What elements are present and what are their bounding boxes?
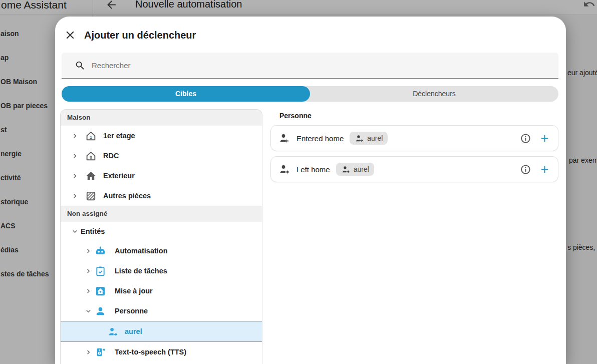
tree-row-label: Mise à jour — [115, 287, 153, 295]
plus-icon[interactable] — [539, 164, 550, 175]
tree-row-aurel-selected[interactable]: aurel — [61, 321, 262, 342]
entity-chip-label: aurel — [367, 134, 383, 142]
trigger-card-entered-home[interactable]: Entered home aurel — [270, 125, 558, 151]
chevron-down-icon[interactable] — [71, 227, 79, 236]
account-arrow-right-icon — [278, 163, 290, 175]
trigger-card-left-home[interactable]: Left home aurel — [270, 156, 558, 182]
tree-row-label: Autres pièces — [103, 192, 151, 200]
text-to-speech-icon — [95, 346, 106, 358]
tree-row-label: RDC — [103, 152, 119, 160]
chevron-right-icon[interactable] — [71, 132, 79, 140]
robot-icon — [95, 245, 106, 257]
tree-row-label: 1er etage — [103, 132, 135, 140]
home-floor-0-icon — [85, 150, 97, 162]
account-arrow-right-icon — [341, 165, 351, 174]
chevron-right-icon[interactable] — [71, 152, 79, 160]
trigger-card-label: Entered home — [296, 134, 344, 143]
chevron-right-icon[interactable] — [84, 287, 93, 295]
close-icon[interactable] — [64, 29, 77, 42]
tree-row-exterieur[interactable]: Exterieur — [61, 166, 262, 186]
trigger-card-label: Left home — [296, 165, 330, 174]
info-icon[interactable] — [520, 133, 531, 144]
results-group-title: Personne — [279, 112, 312, 120]
tree-row-1er-etage[interactable]: 1er etage — [61, 126, 262, 146]
search-field[interactable] — [62, 53, 558, 79]
tab-bar: Cibles Déclencheurs — [62, 86, 558, 102]
tree-row-rdc[interactable]: RDC — [61, 146, 262, 166]
chevron-down-icon[interactable] — [84, 307, 93, 315]
entity-chip[interactable]: aurel — [350, 132, 388, 145]
tree-row-label: Automatisation — [115, 247, 168, 255]
magnifier-icon — [75, 60, 86, 71]
tree-section-non-assigne: Non assigné — [61, 206, 262, 222]
plus-icon[interactable] — [539, 133, 550, 144]
chevron-right-icon[interactable] — [84, 348, 93, 356]
tree-row-text-to-speech[interactable]: Text-to-speech (TTS) — [61, 342, 262, 362]
info-icon[interactable] — [520, 164, 531, 175]
chevron-right-icon[interactable] — [71, 192, 79, 200]
tree-row-label: Liste de tâches — [115, 267, 167, 275]
tree-row-personne[interactable]: Personne — [61, 301, 262, 321]
search-input[interactable] — [92, 53, 547, 78]
tab-cibles[interactable]: Cibles — [62, 86, 310, 102]
home-update-icon — [95, 285, 106, 297]
entity-chip-label: aurel — [354, 165, 369, 173]
chevron-right-icon[interactable] — [84, 247, 93, 255]
account-icon — [95, 305, 106, 317]
home-floor-1-icon — [85, 130, 97, 142]
tab-declencheurs[interactable]: Déclencheurs — [310, 86, 558, 102]
tree-row-label: Text-to-speech (TTS) — [115, 348, 186, 356]
tree-row-label: aurel — [125, 327, 142, 335]
tree-section-maison: Maison — [61, 110, 262, 126]
tree-row-mise-a-jour[interactable]: Mise à jour — [61, 281, 262, 301]
tree-row-label: Entités — [81, 227, 105, 235]
tree-row-entites[interactable]: Entités — [61, 222, 262, 241]
target-tree-panel: Maison 1er etage RDC Exterieur Autres pi… — [60, 109, 262, 364]
account-arrow-left-icon — [278, 132, 290, 144]
tree-row-automatisation[interactable]: Automatisation — [61, 241, 262, 261]
tree-row-label: Personne — [115, 307, 148, 315]
dialog-title: Ajouter un déclencheur — [84, 28, 196, 42]
home-icon — [85, 170, 97, 182]
chevron-right-icon[interactable] — [71, 172, 79, 180]
tree-row-liste-de-taches[interactable]: Liste de tâches — [61, 261, 262, 281]
tree-row-autres-pieces[interactable]: Autres pièces — [61, 186, 262, 206]
tree-row-label: Exterieur — [103, 172, 135, 180]
chevron-right-icon[interactable] — [84, 267, 93, 275]
account-arrow-right-icon — [107, 326, 119, 337]
account-arrow-right-icon — [355, 134, 364, 143]
texture-box-icon — [85, 190, 97, 202]
clipboard-check-icon — [95, 265, 106, 277]
add-trigger-dialog: Ajouter un déclencheur Cibles Déclencheu… — [55, 17, 566, 364]
entity-chip[interactable]: aurel — [336, 163, 374, 176]
